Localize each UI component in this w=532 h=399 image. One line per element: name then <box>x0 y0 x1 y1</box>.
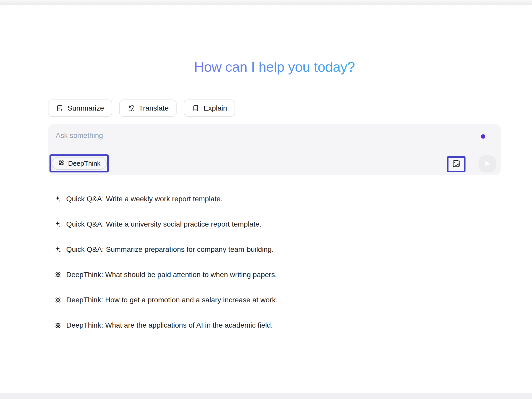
prompt-input[interactable] <box>56 129 442 142</box>
sparkle-icon <box>54 195 62 203</box>
suggestion-text: Quick Q&A: Write a weekly work report te… <box>66 195 222 203</box>
send-button[interactable] <box>479 155 496 172</box>
suggestion-item[interactable]: Quick Q&A: Write a university social pra… <box>54 212 441 237</box>
suggestion-item[interactable]: DeepThink: What are the applications of … <box>54 313 441 338</box>
suggestion-item[interactable]: DeepThink: How to get a promotion and a … <box>54 287 441 313</box>
summarize-button[interactable]: Summarize <box>48 99 112 117</box>
suggestion-text: Quick Q&A: Summarize preparations for co… <box>66 245 274 254</box>
suggestion-item[interactable]: DeepThink: What should be paid attention… <box>54 262 441 287</box>
book-icon <box>192 104 200 112</box>
sparkle-icon <box>54 246 62 253</box>
translate-button[interactable]: Translate <box>119 99 177 117</box>
suggestions-list: Quick Q&A: Write a weekly work report te… <box>54 186 441 338</box>
atom-icon <box>54 321 62 329</box>
suggestion-text: DeepThink: What should be paid attention… <box>66 271 277 279</box>
sparkle-icon <box>54 220 62 228</box>
deepthink-label: DeepThink <box>68 160 101 168</box>
explain-button[interactable]: Explain <box>184 99 235 117</box>
send-icon <box>483 159 492 169</box>
suggestion-text: Quick Q&A: Write a university social pra… <box>66 220 261 228</box>
suggestion-item[interactable]: Quick Q&A: Summarize preparations for co… <box>54 237 441 262</box>
atom-icon <box>58 159 65 168</box>
suggestion-item[interactable]: Quick Q&A: Write a weekly work report te… <box>54 186 441 212</box>
atom-icon <box>54 296 62 304</box>
explain-label: Explain <box>203 104 227 112</box>
deepthink-highlight-box: DeepThink <box>49 154 109 172</box>
composer-divider <box>471 158 471 171</box>
summarize-icon <box>56 104 64 112</box>
cursor-dot <box>481 134 485 139</box>
page-title: How can I help you today? <box>48 59 501 75</box>
suggestion-text: DeepThink: How to get a promotion and a … <box>66 296 278 304</box>
quick-actions-row: Summarize Translate <box>48 99 235 117</box>
translate-label: Translate <box>139 104 169 112</box>
app-window: How can I help you today? Summarize <box>0 0 532 399</box>
window-top-edge <box>0 0 532 5</box>
summarize-label: Summarize <box>68 104 104 112</box>
window-bottom-edge <box>0 393 532 399</box>
image-upload-highlight-box[interactable] <box>447 156 466 172</box>
deepthink-toggle-button[interactable]: DeepThink <box>52 157 107 170</box>
atom-icon <box>54 271 62 279</box>
translate-icon <box>127 104 135 112</box>
image-upload-icon <box>451 159 461 170</box>
suggestion-text: DeepThink: What are the applications of … <box>66 321 273 329</box>
prompt-composer: DeepThink <box>48 124 501 175</box>
